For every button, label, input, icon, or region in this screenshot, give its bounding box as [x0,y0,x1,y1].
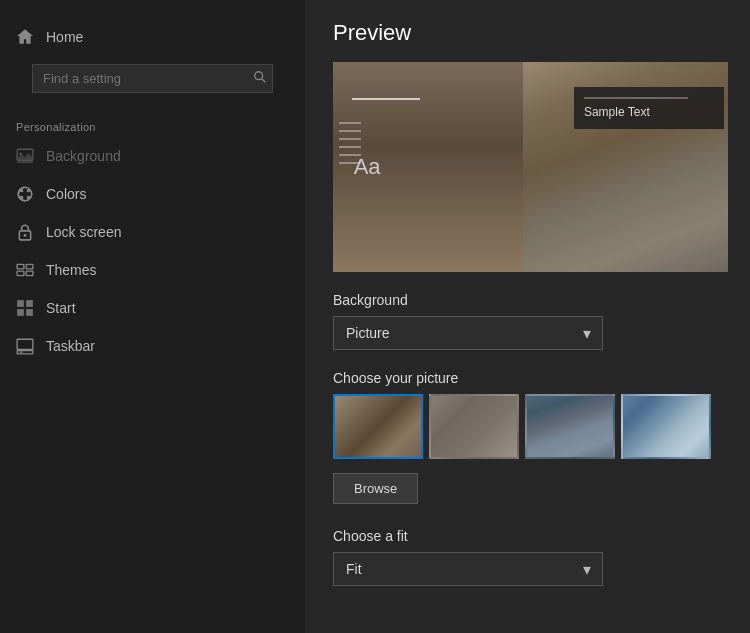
preview-sample-text: Sample Text [584,105,650,119]
themes-icon [16,261,34,279]
sidebar-item-themes[interactable]: Themes [0,251,305,289]
svg-point-7 [27,189,30,192]
svg-point-8 [20,196,23,199]
sidebar-colors-label: Colors [46,186,86,202]
svg-line-1 [262,79,266,83]
colors-icon [16,185,34,203]
browse-button[interactable]: Browse [333,473,418,504]
preview-menu-line [339,146,361,148]
sidebar-background-label: Background [46,148,121,164]
svg-point-11 [24,234,27,237]
background-select-wrapper: Picture Solid color Slideshow [333,316,603,350]
sidebar-home-label: Home [46,29,83,45]
search-input[interactable] [32,64,273,93]
preview-sample-box: Sample Text [574,87,724,129]
sidebar-item-home[interactable]: Home [16,18,289,56]
sidebar-header: Home [0,0,305,115]
home-icon [16,28,34,46]
preview-menu-line [339,130,361,132]
fit-select-wrapper: Fill Fit Stretch Tile Center Span [333,552,603,586]
background-section: Background Picture Solid color Slideshow [333,292,722,350]
preview-menu-line [339,122,361,124]
preview-box: Aa Sample Text [333,62,728,272]
page-title: Preview [333,20,722,46]
sidebar-themes-label: Themes [46,262,97,278]
sidebar-item-lock-screen[interactable]: Lock screen [0,213,305,251]
thumb-coast[interactable] [621,394,711,459]
preview-left-panel: Aa [333,62,523,272]
svg-point-6 [20,189,23,192]
svg-rect-3 [17,162,33,163]
svg-rect-16 [17,300,24,307]
choose-picture-section: Choose your picture Browse [333,370,722,524]
section-label-personalization: Personalization [0,115,305,137]
sidebar-item-colors[interactable]: Colors [0,175,305,213]
svg-rect-17 [26,300,33,307]
thumb-cat[interactable] [333,394,423,459]
search-button[interactable] [253,70,267,87]
sidebar-start-label: Start [46,300,76,316]
thumb-city[interactable] [525,394,615,459]
sidebar: Home Personalization Background [0,0,305,633]
background-icon [16,147,34,165]
fit-dropdown[interactable]: Fill Fit Stretch Tile Center Span [333,552,603,586]
svg-rect-18 [17,309,24,316]
thumb-statue[interactable] [429,394,519,459]
svg-rect-12 [17,264,24,269]
picture-grid [333,394,722,459]
lock-screen-icon [16,223,34,241]
taskbar-icon [16,337,34,355]
sidebar-item-background[interactable]: Background [0,137,305,175]
svg-point-0 [255,72,263,80]
svg-rect-14 [17,271,24,276]
choose-fit-section: Choose a fit Fill Fit Stretch Tile Cente… [333,528,722,586]
svg-rect-20 [17,339,33,349]
svg-point-9 [27,196,30,199]
sidebar-item-start[interactable]: Start [0,289,305,327]
svg-rect-19 [26,309,33,316]
svg-rect-15 [26,271,33,276]
background-dropdown[interactable]: Picture Solid color Slideshow [333,316,603,350]
preview-aa-text: Aa [354,154,381,180]
sidebar-lock-screen-label: Lock screen [46,224,121,240]
svg-rect-22 [19,352,22,353]
search-box [32,64,273,93]
svg-rect-13 [26,264,33,269]
background-label: Background [333,292,722,308]
sidebar-taskbar-label: Taskbar [46,338,95,354]
main-content: Preview Aa Sample Text [305,0,750,633]
choose-picture-label: Choose your picture [333,370,722,386]
start-icon [16,299,34,317]
sidebar-item-taskbar[interactable]: Taskbar [0,327,305,365]
preview-menu-line [339,138,361,140]
choose-fit-label: Choose a fit [333,528,722,544]
preview-titlebar [352,98,420,100]
preview-right-panel: Sample Text [523,62,728,272]
